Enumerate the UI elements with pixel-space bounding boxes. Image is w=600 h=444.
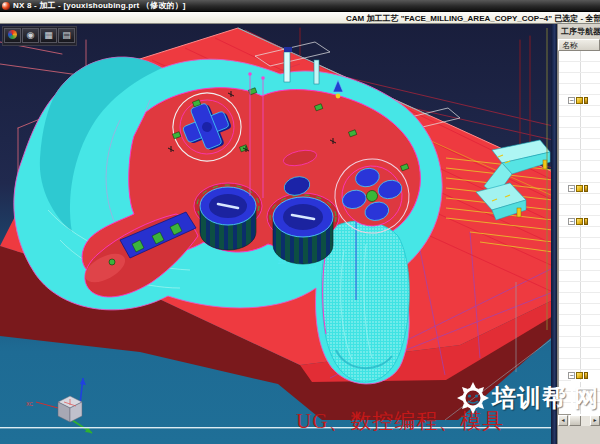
navigator-row[interactable] [559,62,600,73]
navigator-row[interactable] [559,194,600,205]
left-stick[interactable] [194,183,262,250]
navigator-row[interactable] [559,271,600,282]
operation-icon-partial [584,97,588,104]
keyboard-button[interactable]: ▦ [40,28,57,43]
window-title: NX 8 - 加工 - [youxishoubing.prt （修改的）] [13,0,186,11]
navigator-row[interactable] [559,249,600,260]
navigator-row[interactable] [559,282,600,293]
navigator-row[interactable] [559,117,600,128]
navigator-row[interactable] [559,73,600,84]
navigator-row[interactable] [559,205,600,216]
sun-face-icon [456,381,490,415]
title-bar[interactable]: NX 8 - 加工 - [youxishoubing.prt （修改的）] [0,0,600,12]
boundary-post [284,52,290,82]
scroll-left-button[interactable]: ◂ [558,415,568,426]
keyboard-icon: ▦ [44,30,53,40]
navigator-tree[interactable]: −−−− [558,51,600,414]
expander-icon[interactable]: − [568,97,575,104]
expander-icon[interactable]: − [568,218,575,225]
operation-icon [576,185,583,192]
navigator-row[interactable] [559,348,600,359]
expander-icon[interactable]: − [568,185,575,192]
navigator-row[interactable] [559,359,600,370]
navigator-row[interactable] [559,172,600,183]
operation-icon [576,97,583,104]
display-icon: ▤ [62,30,71,40]
navigator-row[interactable] [559,128,600,139]
right-stick[interactable] [267,193,339,264]
navigator-row[interactable] [559,227,600,238]
palette-icon [8,30,17,39]
operation-icon [576,218,583,225]
logo-text-boxed: 网 [571,380,600,416]
logo-text: 培训帮 [492,382,567,414]
zm-label: ZM [278,259,286,265]
xm-label: XM [308,265,317,271]
navigator-row[interactable] [559,51,600,62]
site-logo: 培训帮 网 [456,380,600,416]
operation-icon-partial [584,372,588,379]
navigator-row[interactable] [559,106,600,117]
navigator-row[interactable] [559,293,600,304]
status-bar: CAM 加工工艺 "FACE_MILLING_AREA_COPY_COP~4" … [0,12,600,24]
operation-icon [576,372,583,379]
navigator-row[interactable] [559,260,600,271]
scroll-track[interactable] [568,415,590,426]
panel-footer [558,426,600,444]
palette-button[interactable] [4,28,21,43]
display-button[interactable]: ▤ [58,28,75,43]
navigator-row[interactable] [559,139,600,150]
record-icon: ◉ [27,30,35,40]
navigator-rows: −−−− [559,51,600,403]
navigator-row[interactable]: − [559,183,600,194]
navigator-row[interactable]: − [559,216,600,227]
navigator-row[interactable] [559,238,600,249]
navigator-row[interactable] [559,84,600,95]
nx-app-icon [2,2,10,10]
navigator-row[interactable] [559,326,600,337]
navigator-row[interactable] [559,161,600,172]
operation-icon-partial [584,218,588,225]
record-button[interactable]: ◉ [22,28,39,43]
navigator-row[interactable] [559,304,600,315]
navigator-row[interactable]: − [559,95,600,106]
name-column-header[interactable]: 名称 [558,39,600,51]
navigator-row[interactable] [559,150,600,161]
scroll-thumb[interactable] [569,415,581,426]
floating-toolbar: ◉ ▦ ▤ [2,26,77,46]
status-message: CAM 加工工艺 "FACE_MILLING_AREA_COPY_COP~4" … [346,13,600,24]
xc-label: XC [26,401,33,407]
scroll-right-button[interactable]: ▸ [590,415,600,426]
expander-icon[interactable]: − [568,372,575,379]
navigator-title: 工序导航器 [558,24,600,39]
navigator-row[interactable] [559,315,600,326]
navigator-row[interactable] [559,337,600,348]
operation-icon-partial [584,185,588,192]
